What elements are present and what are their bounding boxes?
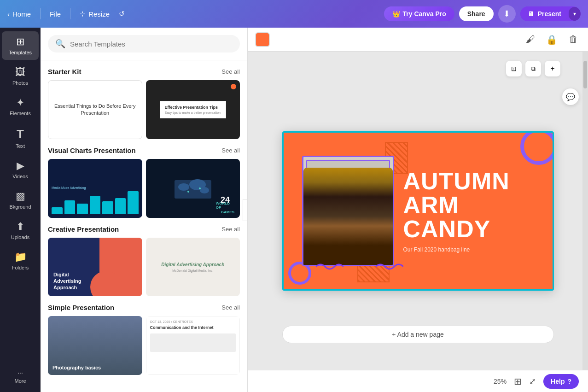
creative-grid: Digital Advertising Approach Digital Adv… (48, 238, 240, 297)
present-dropdown-button[interactable]: ▾ (569, 7, 581, 21)
comment-icon: 💬 (566, 93, 575, 101)
visual-charts-title: Visual Charts Presentation (48, 146, 136, 154)
simple-grid: Photography basics OCT 13, 2020 • CENTRO… (48, 316, 240, 375)
comm-title: Communication and the Internet (150, 325, 236, 331)
template-card-digital-adv2[interactable]: Digital Advertising Approach McDonald Di… (146, 238, 240, 297)
world-number-area: WORLD OF GAMES 24 (221, 210, 234, 214)
delete-button[interactable]: 🗑 (566, 31, 581, 47)
uploads-icon: ⬆ (16, 221, 24, 233)
add-page-button[interactable]: + Add a new page (282, 326, 554, 343)
template-card-world[interactable]: WORLD OF GAMES 24 (146, 159, 240, 218)
resize-button[interactable]: ⊹ Resize (80, 10, 110, 18)
videos-icon: ▶ (17, 160, 24, 172)
template-card-media[interactable]: Media Muse Advertising (48, 159, 142, 218)
download-button[interactable]: ⬇ (498, 5, 516, 23)
sidebar-icons: ⊞ Templates 🖼 Photos ✦ Elements T Text ▶… (0, 28, 41, 392)
starter-kit-grid: Essential Things to Do Before Every Pres… (48, 80, 240, 139)
sidebar-item-elements[interactable]: ✦ Elements (2, 92, 39, 121)
visual-charts-see-all[interactable]: See all (221, 147, 240, 154)
slide-add-button[interactable]: + (545, 61, 560, 76)
comment-button[interactable]: 💬 (562, 88, 579, 105)
canvas-content: ⊡ ⧉ + 💬 (248, 52, 588, 370)
nav-left: ‹ Home File ⊹ Resize ↺ (7, 8, 373, 19)
undo-button[interactable]: ↺ (119, 10, 125, 18)
slide-title: AUTUMN ARM CANDY (403, 169, 510, 241)
templates-panel: 🔍 Starter Kit See all Essential Things t… (41, 28, 248, 392)
essential-text: Essential Things to Do Before Every Pres… (54, 103, 136, 117)
slide-actions: ⊡ ⧉ + (506, 61, 560, 76)
creative-header: Creative Presentation See all (48, 225, 240, 233)
world-map-svg (172, 176, 214, 201)
canvas-scrollbar[interactable] (582, 52, 588, 370)
simple-see-all[interactable]: See all (221, 304, 240, 311)
starter-kit-see-all[interactable]: See all (221, 68, 240, 75)
template-card-effective[interactable]: Effective Presentation Tips Easy tips to… (146, 80, 240, 139)
slide-expand-button[interactable]: ⊡ (506, 61, 522, 76)
simple-header: Simple Presentation See all (48, 304, 240, 311)
top-navigation: ‹ Home File ⊹ Resize ↺ 👑 Try Canva Pro S… (0, 0, 588, 28)
effective-inner: Effective Presentation Tips Easy tips to… (160, 101, 226, 119)
slide-text-area: AUTUMN ARM CANDY Our Fall 2020 handbag l… (403, 169, 543, 253)
template-card-photo[interactable]: Photography basics (48, 316, 142, 375)
visual-charts-grid: Media Muse Advertising (48, 159, 240, 218)
lock-button[interactable]: 🔒 (543, 31, 560, 48)
chart-label: Media Muse Advertising (52, 186, 139, 189)
comm-image (150, 333, 236, 352)
search-input-wrap: 🔍 (48, 35, 240, 53)
person-silhouette (303, 168, 393, 265)
bar1 (52, 207, 63, 214)
fullscreen-icon: ⤢ (529, 377, 536, 386)
sidebar-item-templates[interactable]: ⊞ Templates (2, 31, 39, 60)
sidebar-item-text[interactable]: T Text (2, 123, 39, 153)
bar3 (77, 204, 88, 214)
template-card-comm[interactable]: OCT 13, 2020 • CENTROTEX Communication a… (146, 316, 240, 375)
panel-collapse-button[interactable]: ‹ (243, 199, 248, 221)
folders-icon: 📁 (14, 251, 27, 263)
help-button[interactable]: Help ? (543, 374, 579, 389)
present-button[interactable]: 🖥 Present (520, 6, 569, 21)
bar4 (90, 196, 101, 214)
home-button[interactable]: ‹ Home (7, 10, 31, 18)
sidebar-item-background[interactable]: ▩ Bkground (2, 186, 39, 214)
download-icon: ⬇ (503, 9, 510, 19)
fullscreen-button[interactable]: ⤢ (529, 376, 536, 386)
comm-date: OCT 13, 2020 • CENTROTEX (150, 320, 236, 323)
digital-adv2-inner: Digital Advertising Approach McDonald Di… (146, 238, 240, 297)
sidebar-item-uploads[interactable]: ⬆ Uploads (2, 216, 39, 245)
grid-view-button[interactable]: ⊞ (514, 376, 522, 387)
sidebar-item-photos[interactable]: 🖼 Photos (2, 62, 39, 90)
media-chart: Media Muse Advertising (48, 159, 142, 218)
svg-point-3 (200, 187, 209, 193)
expand-icon: ⊡ (511, 65, 517, 72)
bar2 (64, 200, 76, 214)
text-icon: T (17, 127, 24, 141)
format-painter-button[interactable]: 🖌 (523, 31, 538, 47)
photos-icon: 🖼 (15, 66, 25, 78)
photo-title: Photography basics (52, 365, 138, 370)
visual-charts-header: Visual Charts Presentation See all (48, 146, 240, 154)
template-card-digital-adv[interactable]: Digital Advertising Approach (48, 238, 142, 297)
more-icon: ··· (17, 369, 23, 376)
share-button[interactable]: Share (459, 6, 494, 21)
tda-title: Digital Advertising Approach (53, 271, 94, 291)
search-input[interactable] (70, 40, 233, 48)
svg-point-4 (187, 191, 189, 193)
template-card-essential[interactable]: Essential Things to Do Before Every Pres… (48, 80, 142, 139)
bottom-toolbar: 25% ⊞ ⤢ Help ? (248, 370, 588, 392)
sidebar-item-videos[interactable]: ▶ Videos (2, 155, 39, 184)
templates-icon: ⊞ (16, 36, 24, 48)
duplicate-icon: ⧉ (531, 65, 536, 73)
sidebar-item-more[interactable]: ··· More (2, 364, 39, 388)
chevron-left-icon: ‹ (7, 10, 10, 18)
slide-duplicate-button[interactable]: ⧉ (525, 61, 541, 76)
color-swatch[interactable] (255, 32, 270, 47)
file-button[interactable]: File (50, 10, 61, 18)
present-group: 🖥 Present ▾ (520, 6, 581, 21)
slide-canvas[interactable]: Canva AUTUMN ARM CANDY Our Fall (282, 131, 554, 291)
scrollbar-thumb[interactable] (583, 61, 587, 88)
try-canva-pro-button[interactable]: 👑 Try Canva Pro (384, 6, 454, 21)
comm-inner: OCT 13, 2020 • CENTROTEX Communication a… (146, 316, 240, 375)
sidebar-item-folders[interactable]: 📁 Folders (2, 246, 39, 275)
simple-title: Simple Presentation (48, 304, 114, 311)
creative-see-all[interactable]: See all (221, 226, 240, 233)
